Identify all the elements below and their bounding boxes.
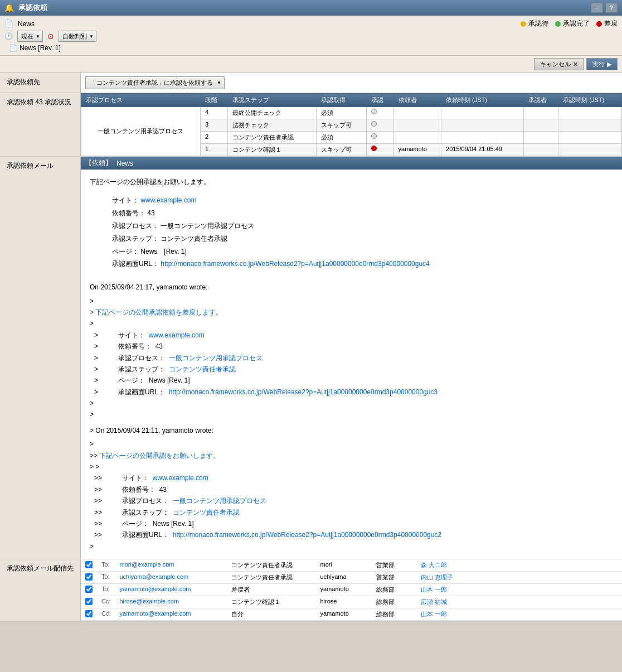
legend-rejected: 差戻 (596, 19, 618, 28)
q1-num: > 依頼番号： 43 (94, 341, 613, 352)
recipient-username-4: yamamoto (316, 608, 372, 621)
quote2-intro-link: 下記ページの公開承認をお願いします。 (99, 452, 220, 460)
approval-req-4: 必須 (316, 107, 366, 119)
step-value: コンテンツ責任者承認 (161, 235, 227, 243)
q1-url-link: http://monaco.frameworks.co.jp/WebReleas… (169, 388, 438, 396)
quote2-date: > On 2015/09/04 21:11, yamamoto wrote: (90, 425, 613, 436)
email-link-1[interactable]: uchiyama@example.com (120, 573, 189, 580)
q1-step: > 承認ステップ： コンテンツ責任者承認 (94, 364, 613, 375)
legend-rejected-label: 差戻 (604, 19, 618, 28)
approval-row-4: 一般コンテンツ用承認プロセス 4 最終公開チェック 必須 (81, 107, 622, 119)
approval-apptime-3 (558, 119, 622, 132)
checkbox-0[interactable] (85, 561, 93, 568)
approval-status-2 (366, 132, 393, 144)
name-link-2[interactable]: 山本 一郎 (421, 586, 447, 593)
email-link-4[interactable]: yamamoto@example.com (120, 610, 191, 617)
form-row-status: 承認依頼 43 承認状況 承認プロセス 段階 承認ステップ 承認取得 承認 依頼… (0, 93, 622, 157)
approval-dest-select[interactable]: 「コンテンツ責任者承認」に承認を依頼する (85, 76, 225, 89)
name-link-3[interactable]: 広瀬 結城 (421, 598, 447, 605)
help-button[interactable]: ? (605, 3, 618, 13)
recipient-type-1: To: (97, 572, 115, 584)
recipient-checkbox-3[interactable] (81, 596, 97, 608)
name-link-0[interactable]: 森 大二郎 (421, 562, 447, 568)
status-legend: 承認待 承認完了 差戻 (521, 19, 618, 28)
approval-table-head: 承認プロセス 段階 承認ステップ 承認取得 承認 依頼者 依頼時刻 (JST) … (81, 94, 622, 107)
mail-details: サイト： www.example.com 依頼番号： 43 承認プロセス： 一般… (112, 194, 613, 270)
quote2-blank2: > > (90, 461, 613, 472)
approval-stage-1: 1 (200, 144, 227, 156)
email-link-2[interactable]: yamamoto@example.com (120, 586, 191, 592)
recipient-type-4: Cc: (97, 608, 115, 621)
quote2-blank1: > (90, 438, 613, 449)
step-label: 承認ステップ： (112, 235, 159, 243)
checkbox-3[interactable] (85, 598, 93, 605)
news-label: News (18, 20, 35, 28)
quote2-details: >> サイト： www.example.com >> 依頼番号： 43 >> 承… (94, 472, 613, 540)
checkbox-1[interactable] (85, 573, 93, 581)
approval-step-3: 法務チェック (227, 119, 316, 132)
time-select[interactable]: 現在 (17, 31, 43, 42)
recipient-checkbox-2[interactable] (81, 584, 97, 596)
approval-step-1: コンテンツ確認１ (227, 144, 316, 156)
approval-reqtime-3 (441, 119, 524, 132)
auto-select[interactable]: 自動判別 (59, 31, 96, 42)
approval-req-1: スキップ可 (316, 144, 366, 156)
q1-step-link: コンテンツ責任者承認 (169, 365, 236, 373)
news-icon: 📄 (4, 20, 13, 28)
toolbar-row1: 📄 News 承認待 承認完了 差戻 (4, 18, 618, 30)
mail-content: 【依頼】 News 下記ページの公開承認をお願いします。 サイト： www.ex… (81, 157, 623, 559)
quote1-details: > サイト： www.example.com > 依頼番号： 43 > 承認プロ… (94, 330, 613, 398)
recipient-name-2: 山本 一郎 (416, 584, 623, 596)
process-label: 承認プロセス： (112, 222, 159, 230)
form-row-recipients: 承認依頼メール配信先 To: mori@example.com コンテンツ責任者… (0, 559, 622, 621)
checkbox-4[interactable] (85, 610, 93, 617)
cancel-button[interactable]: キャンセル ✕ (534, 58, 584, 70)
col-request-time: 依頼時刻 (JST) (441, 94, 524, 107)
process-value: 一般コンテンツ用承認プロセス (161, 222, 254, 230)
approval-approver-2 (523, 132, 558, 144)
quote1-blank3: > (90, 398, 613, 409)
email-link-3[interactable]: hirose@example.com (120, 598, 179, 605)
name-link-1[interactable]: 内山 恵理子 (421, 574, 453, 581)
minimize-button[interactable]: ─ (591, 3, 603, 13)
approval-approver-3 (523, 119, 558, 132)
quote1-date: On 2015/09/04 21:17, yamamoto wrote: (90, 282, 613, 293)
col-requester: 依頼者 (393, 94, 441, 107)
recipient-name-4: 山本 一郎 (416, 608, 623, 621)
execute-arrow-icon: ▶ (607, 61, 611, 68)
q2-site: >> サイト： www.example.com (94, 472, 613, 484)
email-link-0[interactable]: mori@example.com (120, 561, 174, 568)
mail-site: サイト： www.example.com (112, 194, 613, 207)
approval-requester-1: yamamoto (393, 144, 441, 156)
col-approver: 承認者 (523, 94, 558, 107)
recipient-checkbox-0[interactable] (81, 559, 97, 572)
approval-stage-2: 2 (200, 132, 227, 144)
q1-site: > サイト： www.example.com (94, 330, 613, 341)
name-link-4[interactable]: 山本 一郎 (421, 611, 447, 617)
recipient-checkbox-4[interactable] (81, 608, 97, 621)
quote1-intro-link: 下記ページの公開承認依頼を差戻します。 (95, 308, 222, 316)
approval-requester-3 (393, 119, 441, 132)
recipient-step-3: コンテンツ確認１ (227, 596, 316, 608)
q1-process-link: 一般コンテンツ用承認プロセス (169, 354, 263, 362)
recipient-type-3: Cc: (97, 596, 115, 608)
q2-num: >> 依頼番号： 43 (94, 484, 613, 495)
execute-button[interactable]: 実行 ▶ (586, 58, 618, 70)
q2-url: >> 承認画面URL： http://monaco.frameworks.co.… (94, 529, 613, 540)
col-step: 承認ステップ (227, 94, 316, 107)
status-circle-3 (371, 121, 377, 127)
approval-reqtime-1: 2015/09/04 21:05:49 (441, 144, 524, 156)
action-bar: キャンセル ✕ 実行 ▶ (0, 56, 622, 73)
quote1-blank2: > (90, 318, 613, 329)
mail-process: 承認プロセス： 一般コンテンツ用承認プロセス (112, 220, 613, 233)
title-bar-title: 承認依頼 (18, 3, 586, 13)
url-link[interactable]: http://monaco.frameworks.co.jp/WebReleas… (161, 260, 429, 268)
status-circle-2 (371, 133, 377, 139)
recipient-checkbox-1[interactable] (81, 572, 97, 584)
site-link[interactable]: www.example.com (140, 196, 196, 204)
recipient-name-1: 内山 恵理子 (416, 572, 623, 584)
approval-step-4: 最終公開チェック (227, 107, 316, 119)
approval-apptime-1 (558, 144, 622, 156)
recipient-email-1: uchiyama@example.com (115, 572, 227, 584)
checkbox-2[interactable] (85, 586, 93, 593)
